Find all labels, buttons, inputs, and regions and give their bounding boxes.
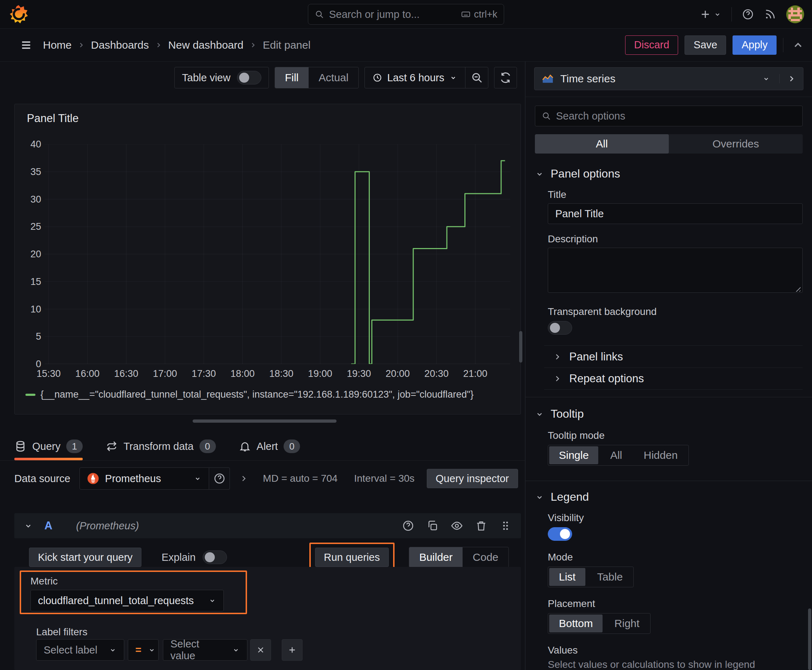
chevron-right-icon	[553, 374, 562, 383]
select-value-dropdown[interactable]: Select value	[163, 639, 247, 661]
discard-button[interactable]: Discard	[625, 36, 678, 55]
duplicate-query-icon[interactable]	[426, 520, 439, 532]
actual-option[interactable]: Actual	[309, 67, 358, 88]
legend-item[interactable]: {__name__="cloudflared_tunnel_total_requ…	[25, 389, 474, 400]
repeat-options-section[interactable]: Repeat options	[544, 367, 803, 390]
tooltip-mode-switch: Single All Hidden	[548, 445, 689, 465]
builder-option[interactable]: Builder	[409, 547, 463, 567]
query-help-icon[interactable]	[402, 520, 414, 532]
plot-area[interactable]	[45, 144, 510, 364]
datasource-help-button[interactable]	[209, 467, 230, 490]
explain-toggle[interactable]	[203, 550, 227, 564]
x-tick-label: 19:30	[347, 368, 371, 379]
query-stats: MD = auto = 704 Interval = 30s	[263, 473, 414, 484]
collapse-options-icon[interactable]	[792, 39, 804, 51]
pane-resize-handle[interactable]	[193, 420, 337, 423]
panel-description-textarea[interactable]	[548, 248, 803, 293]
kick-start-button[interactable]: Kick start your query	[29, 548, 141, 567]
time-range-button[interactable]: Last 6 hours	[365, 72, 465, 84]
legend-mode-table[interactable]: Table	[587, 567, 634, 587]
panel-links-label: Panel links	[569, 350, 623, 363]
breadcrumb-home[interactable]: Home	[43, 39, 71, 51]
operator-dropdown[interactable]: =	[128, 639, 159, 661]
panel-editor-actions: Discard Save Apply	[625, 36, 804, 55]
menu-toggle-icon[interactable]	[20, 39, 32, 51]
panel-title: Panel Title	[27, 112, 79, 125]
metric-select[interactable]: cloudflared_tunnel_total_requests	[31, 590, 224, 611]
legend-visibility-toggle[interactable]	[548, 527, 572, 541]
refresh-button[interactable]	[494, 67, 517, 88]
add-menu-button[interactable]	[699, 8, 721, 20]
drag-handle-icon[interactable]	[500, 520, 512, 532]
x-tick-label: 17:00	[153, 368, 177, 379]
panel-links-section[interactable]: Panel links	[544, 345, 803, 367]
legend-values-label: Values	[548, 645, 803, 656]
tooltip-mode-all[interactable]: All	[599, 445, 632, 465]
datasource-picker[interactable]: Prometheus	[80, 467, 209, 490]
breadcrumb-new-dashboard[interactable]: New dashboard	[168, 39, 244, 51]
visualization-picker[interactable]: Time series	[534, 67, 804, 90]
tab-alert[interactable]: Alert 0	[239, 434, 300, 459]
label-filters-row: Select label = Select value	[36, 639, 303, 661]
builder-code-switch: Builder Code	[409, 547, 509, 568]
database-icon	[14, 440, 27, 452]
viz-caret	[753, 75, 780, 83]
query-row-header[interactable]: A (Prometheus)	[14, 513, 521, 538]
global-search-input[interactable]: Search or jump to... ctrl+k	[308, 4, 504, 25]
metric-value: cloudflared_tunnel_total_requests	[38, 595, 202, 607]
add-filter-button[interactable]	[282, 639, 303, 661]
transparent-background-toggle[interactable]	[548, 321, 572, 335]
options-search-input[interactable]: Search options	[535, 106, 803, 126]
tab-query-label: Query	[32, 441, 61, 452]
tab-query[interactable]: Query 1	[14, 434, 83, 459]
panel-options-section-header[interactable]: Panel options	[535, 167, 803, 180]
panel-title-input[interactable]	[548, 203, 803, 224]
tooltip-mode-single[interactable]: Single	[549, 446, 598, 464]
select-label-dropdown[interactable]: Select label	[36, 639, 124, 661]
top-bar: Search or jump to... ctrl+k	[0, 0, 812, 29]
interval-stat: Interval = 30s	[354, 473, 415, 484]
time-series-viz-icon	[542, 73, 554, 85]
toggle-visibility-icon[interactable]	[451, 520, 463, 532]
tooltip-mode-hidden[interactable]: Hidden	[633, 445, 688, 465]
toggle-viz-suggestions-button[interactable]	[780, 74, 803, 83]
legend-mode-list[interactable]: List	[549, 568, 585, 586]
code-option[interactable]: Code	[463, 547, 509, 567]
breadcrumb-dashboards[interactable]: Dashboards	[91, 39, 149, 51]
breadcrumb-separator-icon	[77, 41, 85, 49]
tooltip-section-header[interactable]: Tooltip	[535, 407, 803, 421]
breadcrumb: Home Dashboards New dashboard Edit panel	[43, 39, 310, 51]
tab-transform-data[interactable]: Transform data 0	[106, 434, 216, 459]
chevron-down-icon	[535, 169, 544, 179]
delete-query-icon[interactable]	[475, 520, 487, 532]
tab-overrides[interactable]: Overrides	[669, 134, 803, 154]
user-avatar[interactable]	[786, 5, 804, 23]
y-tick-label: 20	[31, 249, 41, 260]
sidebar-scrollbar-thumb[interactable]	[808, 608, 811, 670]
shortcut-hint: ctrl+k	[461, 9, 497, 20]
save-button[interactable]: Save	[685, 36, 726, 55]
run-queries-button[interactable]: Run queries	[315, 548, 389, 567]
query-inspector-button[interactable]: Query inspector	[427, 469, 518, 488]
visualization-name: Time series	[560, 73, 753, 85]
table-view-toggle[interactable]	[237, 71, 261, 85]
grafana-logo-icon[interactable]	[8, 4, 29, 24]
remove-filter-button[interactable]	[250, 639, 271, 661]
legend-placement-bottom[interactable]: Bottom	[549, 614, 603, 633]
chart-canvas[interactable]	[45, 144, 510, 364]
collapse-query-icon[interactable]	[24, 521, 33, 530]
legend-placement-right[interactable]: Right	[603, 613, 650, 633]
active-tab-underline	[14, 458, 83, 460]
fill-option[interactable]: Fill	[275, 67, 309, 88]
apply-button[interactable]: Apply	[732, 36, 776, 55]
tab-all-options[interactable]: All	[535, 134, 669, 154]
news-rss-icon[interactable]	[764, 8, 776, 20]
section-divider	[526, 481, 812, 481]
x-tick-label: 18:30	[269, 368, 293, 379]
help-icon[interactable]	[742, 8, 754, 20]
tab-alert-label: Alert	[257, 441, 278, 452]
legend-section-header[interactable]: Legend	[535, 490, 803, 504]
main-scrollbar-thumb[interactable]	[519, 331, 522, 362]
zoom-out-time-button[interactable]	[465, 67, 488, 88]
expand-stats-icon[interactable]	[239, 474, 249, 483]
